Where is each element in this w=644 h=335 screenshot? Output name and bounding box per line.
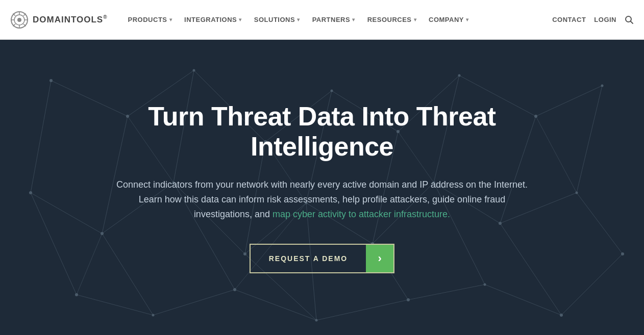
nav-item-products[interactable]: PRODUCTS ▾ — [123, 12, 177, 28]
svg-line-70 — [408, 285, 485, 300]
svg-line-57 — [31, 193, 77, 295]
nav-right: CONTACT LOGIN — [552, 15, 634, 24]
integrations-dropdown-icon: ▾ — [239, 17, 242, 22]
svg-line-69 — [316, 300, 408, 320]
hero-subtitle: Connect indicators from your network wit… — [113, 177, 531, 221]
svg-line-47 — [577, 86, 602, 193]
svg-line-56 — [577, 193, 623, 254]
hero-title: Turn Threat Data Into Threat Intelligenc… — [113, 101, 531, 163]
contact-link[interactable]: CONTACT — [552, 16, 586, 23]
solutions-dropdown-icon: ▾ — [297, 17, 300, 22]
brand-icon — [10, 11, 29, 29]
brand-logo[interactable]: DOMAINTOOLS® — [10, 11, 108, 29]
svg-line-39 — [31, 81, 51, 193]
partners-dropdown-icon: ▾ — [352, 17, 355, 22]
navbar: DOMAINTOOLS® PRODUCTS ▾ INTEGRATIONS ▾ S… — [0, 0, 644, 40]
svg-line-68 — [235, 290, 316, 320]
svg-line-48 — [31, 193, 102, 234]
svg-line-65 — [561, 254, 623, 315]
hero-content: Turn Threat Data Into Threat Intelligenc… — [92, 101, 552, 274]
svg-point-2 — [17, 18, 21, 22]
nav-item-solutions[interactable]: SOLUTIONS ▾ — [249, 12, 305, 28]
brand-name: DOMAINTOOLS® — [33, 14, 108, 25]
hero-subtitle-highlight: map cyber activity to attacker infrastru… — [273, 209, 450, 219]
login-link[interactable]: LOGIN — [594, 16, 616, 23]
hero-section: Turn Threat Data Into Threat Intelligenc… — [0, 40, 644, 335]
cta-arrow-icon[interactable]: › — [366, 245, 393, 272]
primary-nav: PRODUCTS ▾ INTEGRATIONS ▾ SOLUTIONS ▾ PA… — [123, 12, 553, 28]
nav-item-integrations[interactable]: INTEGRATIONS ▾ — [179, 12, 247, 28]
nav-item-partners[interactable]: PARTNERS ▾ — [307, 12, 360, 28]
svg-line-4 — [631, 21, 633, 23]
nav-item-resources[interactable]: RESOURCES ▾ — [362, 12, 422, 28]
svg-line-67 — [153, 290, 235, 315]
request-demo-button[interactable]: REQUEST A DEMO › — [250, 244, 395, 273]
resources-dropdown-icon: ▾ — [414, 17, 417, 22]
svg-line-66 — [77, 295, 153, 315]
cta-wrapper: REQUEST A DEMO › — [113, 244, 531, 273]
products-dropdown-icon: ▾ — [169, 17, 172, 22]
cta-label[interactable]: REQUEST A DEMO — [251, 245, 366, 272]
svg-line-71 — [485, 285, 561, 315]
company-dropdown-icon: ▾ — [466, 17, 469, 22]
search-icon[interactable] — [625, 15, 634, 24]
nav-item-company[interactable]: COMPANY ▾ — [424, 12, 474, 28]
